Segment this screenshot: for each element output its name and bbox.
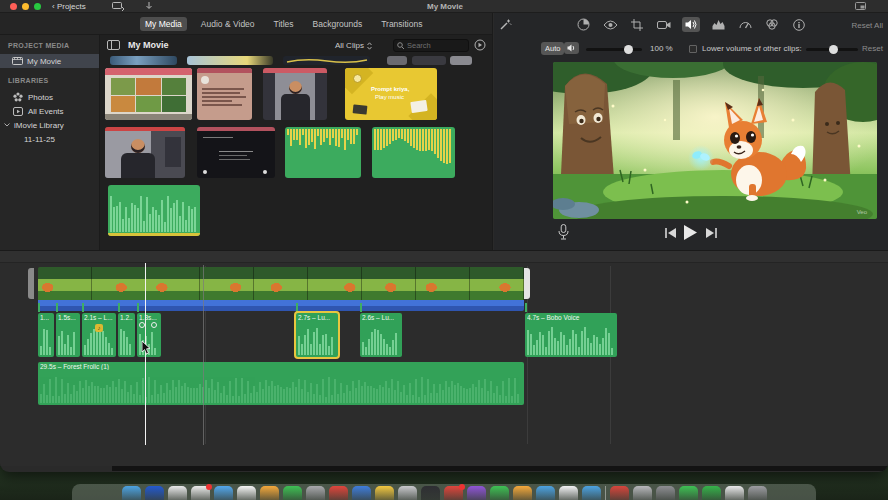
tab-audio-video[interactable]: Audio & Video [196, 17, 260, 31]
dock-app-icon[interactable] [725, 486, 744, 500]
dock-app-icon[interactable] [467, 486, 486, 500]
clip-filter-icon[interactable] [763, 17, 781, 32]
speed-icon[interactable] [736, 17, 754, 32]
volume-slider[interactable] [586, 48, 642, 51]
import-media-icon[interactable] [112, 2, 124, 11]
crop-icon[interactable] [628, 17, 646, 32]
lower-volume-checkbox[interactable] [689, 45, 697, 53]
dock-app-icon[interactable] [145, 486, 164, 500]
dock-app-icon[interactable] [444, 486, 463, 500]
color-balance-icon[interactable] [601, 17, 619, 32]
audio-clip[interactable]: 2.6s – Lu... [360, 313, 402, 357]
audio-clip-selected[interactable]: 2.7s – Lu... [296, 313, 338, 357]
video-clip-audio-bar[interactable] [38, 300, 524, 311]
skip-back-button[interactable] [665, 228, 676, 238]
background-music-clip[interactable]: 29.5s – Forest Frolic (1) [38, 362, 524, 405]
audio-clip[interactable]: 1... [38, 313, 54, 357]
dock-app-icon[interactable] [352, 486, 371, 500]
media-thumbnail[interactable] [108, 185, 200, 236]
minimize-window-button[interactable] [22, 3, 29, 10]
tab-my-media[interactable]: My Media [140, 17, 187, 31]
clip-trim-handle-right[interactable] [524, 268, 530, 299]
tab-transitions[interactable]: Transitions [376, 17, 427, 31]
dock-app-icon[interactable] [283, 486, 302, 500]
lower-volume-slider[interactable] [806, 48, 858, 51]
volume-slider-knob[interactable] [624, 45, 633, 54]
media-thumbnail[interactable]: Prompt kriya, Play music [345, 68, 437, 120]
sidebar-item-all-events[interactable]: All Events [0, 104, 99, 118]
audio-clip[interactable]: 2.1s – L... ♪ [82, 313, 116, 357]
dock-app-icon[interactable] [536, 486, 555, 500]
media-thumbnail[interactable] [187, 56, 273, 65]
dock-app-icon[interactable] [214, 486, 233, 500]
dock-app-icon[interactable] [375, 486, 394, 500]
macos-dock[interactable] [72, 484, 816, 500]
media-thumbnail[interactable] [105, 68, 192, 120]
clips-filter-dropdown[interactable]: All Clips [335, 41, 372, 50]
noise-reduction-icon[interactable] [709, 17, 727, 32]
sidebar-toggle-icon[interactable] [107, 40, 120, 50]
mute-button[interactable] [564, 42, 579, 54]
dock-app-icon[interactable] [191, 486, 210, 500]
color-correction-icon[interactable] [574, 17, 592, 32]
dock-app-icon[interactable] [679, 486, 698, 500]
timeline-horizontal-scrollbar[interactable] [112, 466, 888, 471]
audio-clip[interactable]: 4.7s – Bobo Voice [525, 313, 617, 357]
volume-icon[interactable] [682, 17, 700, 32]
dock-app-icon[interactable] [610, 486, 629, 500]
download-arrow-icon[interactable] [145, 2, 153, 11]
dock-app-icon[interactable] [582, 486, 601, 500]
dock-app-icon[interactable] [633, 486, 652, 500]
stabilization-icon[interactable] [655, 17, 673, 32]
media-thumbnail[interactable] [197, 68, 252, 120]
dock-app-icon[interactable] [421, 486, 440, 500]
sidebar-item-my-movie[interactable]: My Movie [0, 54, 99, 68]
dock-app-icon[interactable] [702, 486, 721, 500]
dock-app-icon[interactable] [237, 486, 256, 500]
dock-app-icon[interactable] [168, 486, 187, 500]
dock-app-icon[interactable] [398, 486, 417, 500]
dock-app-icon[interactable] [656, 486, 675, 500]
media-thumbnail[interactable] [197, 127, 275, 178]
lower-volume-slider-knob[interactable] [829, 45, 838, 54]
clip-trim-handle-left[interactable] [28, 268, 34, 299]
close-window-button[interactable] [10, 3, 17, 10]
clip-info-icon[interactable] [790, 17, 808, 32]
dock-app-icon[interactable] [513, 486, 532, 500]
play-button[interactable] [684, 225, 697, 240]
search-input[interactable] [407, 41, 465, 50]
sidebar-item-event-date[interactable]: 11-11-25 [0, 132, 99, 146]
media-thumbnail[interactable] [263, 68, 327, 120]
audio-clip[interactable]: 1.2... [118, 313, 135, 357]
preview-viewer[interactable]: Veo [553, 62, 877, 219]
dock-app-icon[interactable] [490, 486, 509, 500]
pip-icon[interactable] [855, 2, 866, 10]
dock-app-icon[interactable] [122, 486, 141, 500]
dock-app-icon[interactable] [748, 486, 767, 500]
back-to-projects-button[interactable]: ‹ Projects [52, 2, 86, 11]
tab-backgrounds[interactable]: Backgrounds [308, 17, 368, 31]
media-thumbnail[interactable] [105, 127, 185, 178]
dock-app-icon[interactable] [559, 486, 578, 500]
sidebar-item-photos[interactable]: Photos [0, 90, 99, 104]
search-field[interactable] [393, 39, 469, 52]
media-thumbnail[interactable] [283, 56, 370, 65]
reset-button[interactable]: Reset [862, 44, 883, 53]
volume-point-icon[interactable] [151, 322, 157, 328]
media-thumbnail[interactable] [285, 127, 361, 178]
auto-volume-button[interactable]: Auto [541, 42, 564, 55]
audio-clip[interactable]: 1.5s... [56, 313, 80, 357]
zoom-window-button[interactable] [34, 3, 41, 10]
reset-all-button[interactable]: Reset All [851, 21, 883, 30]
video-clip-filmstrip[interactable] [38, 267, 524, 300]
tab-titles[interactable]: Titles [269, 17, 299, 31]
media-thumbnail[interactable] [372, 127, 455, 178]
media-thumbnail[interactable] [450, 56, 472, 65]
dock-app-icon[interactable] [306, 486, 325, 500]
enhance-wand-icon[interactable] [499, 18, 512, 31]
media-thumbnail[interactable] [387, 56, 407, 65]
dock-app-icon[interactable] [260, 486, 279, 500]
media-thumbnail[interactable] [412, 56, 446, 65]
sidebar-item-imovie-library[interactable]: iMovie Library [0, 118, 99, 132]
skip-forward-button[interactable] [706, 228, 717, 238]
